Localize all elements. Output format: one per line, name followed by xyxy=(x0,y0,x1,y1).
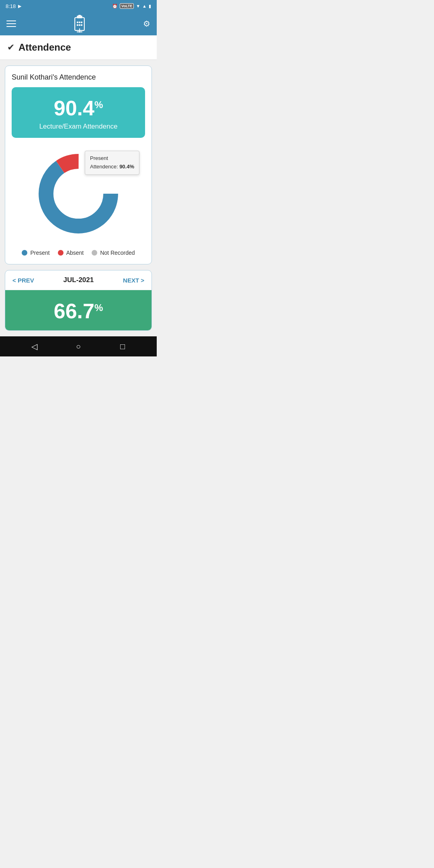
attendance-label: Lecture/Exam Attendence xyxy=(39,123,118,131)
svg-point-6 xyxy=(77,24,78,26)
attendance-card: Sunil Kothari's Attendence 90.4% Lecture… xyxy=(5,66,152,264)
battery-icon: ▮ xyxy=(149,4,151,9)
monthly-banner: 66.7% xyxy=(5,290,151,330)
back-button[interactable]: ◁ xyxy=(26,338,42,354)
page-title-bar: ✔ Attendence xyxy=(0,35,157,60)
volte-badge: VoLTE xyxy=(120,3,134,9)
monthly-percent: 66.7% xyxy=(12,299,145,323)
tooltip-title: Present xyxy=(90,154,134,163)
home-button[interactable]: ○ xyxy=(70,338,86,354)
signal-icon: ▲ xyxy=(142,4,147,8)
check-icon: ✔ xyxy=(7,42,14,53)
svg-rect-1 xyxy=(78,15,81,16)
app-logo xyxy=(71,15,88,33)
student-name: Sunil Kothari's Attendence xyxy=(12,73,145,82)
navbar: ⚙ xyxy=(0,12,157,35)
bottom-nav: ◁ ○ □ xyxy=(0,336,157,356)
chart-tooltip: Present Attendence: 90.4% xyxy=(85,151,139,175)
prev-button[interactable]: < PREV xyxy=(12,277,34,284)
legend-present: Present xyxy=(22,250,49,256)
present-dot xyxy=(22,250,27,256)
svg-point-3 xyxy=(77,22,78,23)
legend-absent: Absent xyxy=(58,250,84,256)
present-label: Present xyxy=(30,250,49,256)
absent-label: Absent xyxy=(66,250,84,256)
tooltip-detail: Attendence: 90.4% xyxy=(90,163,134,171)
current-month: JUL-2021 xyxy=(63,276,94,284)
play-icon: ▶ xyxy=(18,4,21,9)
monthly-card: < PREV JUL-2021 NEXT > 66.7% xyxy=(5,270,152,331)
chart-legend: Present Absent Not Recorded xyxy=(12,250,145,256)
main-content: Sunil Kothari's Attendence 90.4% Lecture… xyxy=(0,60,157,336)
page-title: Attendence xyxy=(18,42,71,53)
next-button[interactable]: NEXT > xyxy=(123,277,144,284)
status-left: 8:18 ▶ xyxy=(6,3,21,9)
svg-point-4 xyxy=(79,22,80,23)
alarm-icon: ⏰ xyxy=(112,4,118,9)
absent-dot xyxy=(58,250,63,256)
svg-point-7 xyxy=(79,24,80,26)
status-time: 8:18 xyxy=(6,3,16,9)
svg-point-8 xyxy=(81,24,82,26)
status-bar: 8:18 ▶ ⏰ VoLTE ▼ ▲ ▮ xyxy=(0,0,157,12)
legend-not-recorded: Not Recorded xyxy=(92,250,135,256)
not-recorded-label: Not Recorded xyxy=(100,250,135,256)
status-right: ⏰ VoLTE ▼ ▲ ▮ xyxy=(112,3,151,9)
recents-button[interactable]: □ xyxy=(115,338,131,354)
not-recorded-dot xyxy=(92,250,97,256)
attendance-percent: 90.4% xyxy=(54,96,103,120)
svg-point-5 xyxy=(81,22,82,23)
menu-button[interactable] xyxy=(6,20,16,27)
attendance-banner: 90.4% Lecture/Exam Attendence xyxy=(12,87,145,138)
monthly-nav: < PREV JUL-2021 NEXT > xyxy=(5,270,151,290)
wifi-icon: ▼ xyxy=(136,4,140,8)
chart-container: Present Attendence: 90.4% xyxy=(12,143,145,244)
settings-button[interactable]: ⚙ xyxy=(143,19,150,29)
